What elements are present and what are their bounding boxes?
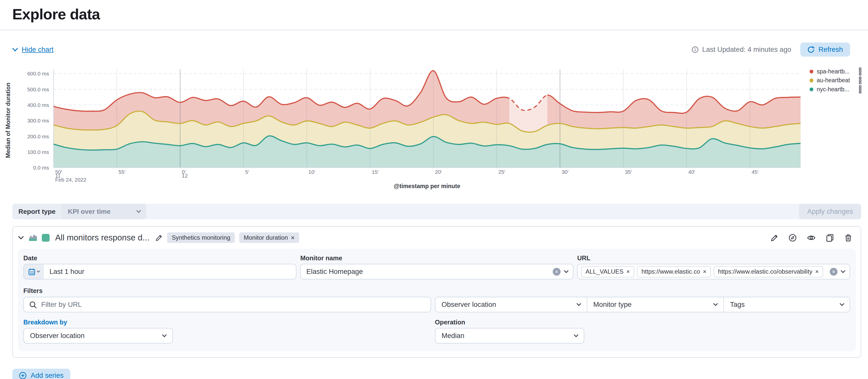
series-color-swatch[interactable] <box>42 234 50 242</box>
hide-chart-label: Hide chart <box>22 45 53 54</box>
observer-location-filter[interactable]: Observer location <box>435 297 587 312</box>
monitor-type-filter[interactable]: Monitor type <box>587 297 723 312</box>
explore-compass-icon[interactable] <box>788 234 797 242</box>
filter-by-url-search[interactable] <box>24 297 431 312</box>
date-field: Date Last 1 hour <box>24 254 297 280</box>
svg-text:Feb 24, 2022: Feb 24, 2022 <box>55 177 86 182</box>
badge-close-icon[interactable]: × <box>291 234 295 242</box>
add-series-button[interactable]: Add series <box>12 369 70 379</box>
svg-text:600.0 ms: 600.0 ms <box>27 71 49 76</box>
filter-label: Tags <box>730 301 745 309</box>
breakdown-field: Breakdown by Observer location <box>24 319 431 344</box>
url-pill[interactable]: ALL_VALUES× <box>581 266 634 277</box>
breakdown-by-select[interactable]: Observer location <box>24 328 173 344</box>
clear-selection-icon[interactable]: × <box>830 268 838 276</box>
url-field: URL ALL_VALUES× https://www.elastic.co× … <box>577 254 850 280</box>
chevron-down-icon <box>12 47 18 52</box>
chart-toolbar: Hide chart Last Updated: 4 minutes ago R… <box>12 42 856 57</box>
hide-chart-link[interactable]: Hide chart <box>12 45 54 54</box>
svg-text:0.0 ms: 0.0 ms <box>33 165 49 171</box>
svg-text:25': 25' <box>498 169 505 175</box>
edit-title-pencil-icon[interactable] <box>155 234 163 242</box>
filter-dropdown-group: Observer location Monitor type Tags <box>435 297 850 312</box>
url-pill-label: https://www.elastic.co/observability <box>718 268 812 275</box>
url-label: URL <box>577 254 850 262</box>
breakdown-value: Observer location <box>30 332 85 340</box>
clear-selection-icon[interactable]: × <box>553 268 561 276</box>
svg-text:30': 30' <box>562 169 568 175</box>
page-header: Explore data <box>0 0 868 30</box>
chevron-down-icon <box>162 333 167 338</box>
last-updated-text: Last Updated: 4 minutes ago <box>702 45 792 54</box>
series-actions <box>770 234 852 242</box>
series-color-dot <box>810 70 813 73</box>
pill-close-icon[interactable]: × <box>626 268 630 275</box>
url-pill[interactable]: https://www.elastic.co/observability× <box>714 266 823 277</box>
url-pill[interactable]: https://www.elastic.co× <box>637 266 711 277</box>
operation-label: Operation <box>435 319 850 326</box>
last-updated: Last Updated: 4 minutes ago <box>691 45 791 54</box>
svg-text:15': 15' <box>372 169 378 175</box>
monitor-name-field: Monitor name Elastic Homepage × <box>300 254 573 280</box>
series-color-dot <box>810 88 813 91</box>
refresh-icon <box>807 46 815 53</box>
legend-options-icon[interactable] <box>858 68 863 75</box>
legend-label: spa-heartb... <box>817 68 858 75</box>
svg-text:12: 12 <box>182 173 188 178</box>
chart: 0.0 ms100.0 ms200.0 ms300.0 ms400.0 ms50… <box>0 65 868 196</box>
legend-item[interactable]: au-heartbeat <box>810 77 863 84</box>
edit-pencil-icon[interactable] <box>770 234 778 242</box>
url-combobox[interactable]: ALL_VALUES× https://www.elastic.co× http… <box>577 264 850 279</box>
delete-trash-icon[interactable] <box>844 234 852 242</box>
report-type-select[interactable]: KPI over time <box>62 204 147 219</box>
badge-synthetics-monitoring[interactable]: Synthetics monitoring <box>167 232 235 243</box>
chevron-down-icon <box>564 269 568 273</box>
date-picker[interactable]: Last 1 hour <box>24 264 297 279</box>
legend-item[interactable]: nyc-heartb... <box>810 86 863 93</box>
filters-label: Filters <box>24 287 850 295</box>
pill-close-icon[interactable]: × <box>815 268 819 275</box>
chevron-down-icon <box>37 269 40 273</box>
series-header: All monitors response d... Synthetics mo… <box>18 231 856 244</box>
series-color-dot <box>810 78 813 82</box>
info-icon <box>691 46 699 53</box>
collapse-chevron-icon[interactable] <box>18 235 24 241</box>
report-type-control: Report type KPI over time <box>12 204 147 219</box>
chevron-down-icon <box>841 269 845 273</box>
chevron-down-icon <box>713 302 718 306</box>
report-type-value: KPI over time <box>68 208 111 215</box>
add-series-label: Add series <box>31 372 64 379</box>
svg-text:300.0 ms: 300.0 ms <box>27 118 49 124</box>
date-picker-toggle[interactable] <box>24 264 44 279</box>
svg-text:400.0 ms: 400.0 ms <box>27 102 49 108</box>
series-config-panel: Date Last 1 hour Monitor name Elastic Ho… <box>18 249 856 351</box>
url-pill-label: https://www.elastic.co <box>641 268 700 275</box>
monitor-name-combobox[interactable]: Elastic Homepage × <box>300 264 573 279</box>
badge-monitor-duration[interactable]: Monitor duration × <box>239 232 299 243</box>
refresh-button[interactable]: Refresh <box>800 42 850 56</box>
calendar-icon <box>28 268 35 275</box>
pill-close-icon[interactable]: × <box>703 268 706 275</box>
svg-text:100.0 ms: 100.0 ms <box>27 149 49 155</box>
legend-label: nyc-heartb... <box>817 86 858 93</box>
legend-options-icon[interactable] <box>858 85 863 93</box>
search-input[interactable] <box>24 297 431 312</box>
duplicate-copy-icon[interactable] <box>826 234 834 242</box>
refresh-label: Refresh <box>819 45 843 54</box>
legend-options-icon[interactable] <box>858 77 863 84</box>
chevron-down-icon <box>136 208 141 213</box>
operation-field: Operation Median <box>435 319 850 344</box>
view-eye-icon[interactable] <box>807 234 816 242</box>
tags-filter[interactable]: Tags <box>723 297 850 312</box>
legend-item[interactable]: spa-heartb... <box>810 68 863 75</box>
plus-circle-icon <box>19 372 27 379</box>
url-pill-label: ALL_VALUES <box>586 268 623 275</box>
chevron-down-icon <box>840 302 844 306</box>
operation-select[interactable]: Median <box>435 328 584 344</box>
area-chart[interactable]: 0.0 ms100.0 ms200.0 ms300.0 ms400.0 ms50… <box>0 65 868 193</box>
filter-label: Observer location <box>441 301 496 309</box>
report-type-bar: Report type KPI over time Apply changes <box>12 204 862 219</box>
chevron-down-icon <box>574 333 579 338</box>
apply-changes-button[interactable]: Apply changes <box>799 204 862 219</box>
badge-label: Monitor duration <box>244 234 288 241</box>
